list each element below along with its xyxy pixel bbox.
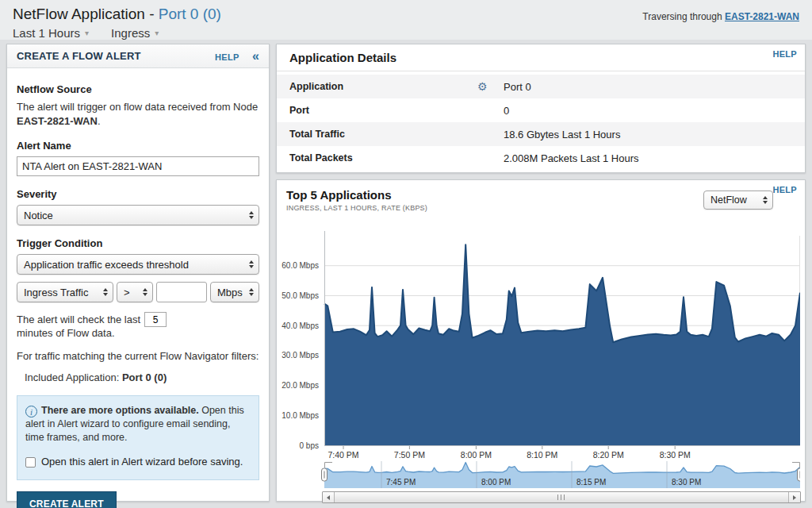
traffic-area (324, 244, 800, 445)
info-box-text: iThere are more options available. Open … (25, 404, 251, 444)
page-header-left: NetFlow Application - Port 0 (0) Last 1 … (13, 6, 221, 40)
panel-header-actions: HELP « (215, 49, 259, 64)
operator-select[interactable]: > (117, 282, 153, 302)
overview-time-label: 8:15 PM (576, 478, 606, 487)
select-caret-icon (763, 196, 768, 204)
chart-overview-svg[interactable]: 7:45 PM8:00 PM8:15 PM8:30 PM (277, 461, 800, 488)
alert-name-heading: Alert Name (17, 140, 259, 152)
x-axis-label: 7:50 PM (394, 450, 425, 460)
gear-icon[interactable]: ⚙ (477, 80, 504, 93)
flow-source-select[interactable]: NetFlow (703, 190, 773, 210)
application-details-header: Application Details (277, 44, 805, 71)
y-axis-label: 30.0 Mbps (282, 351, 319, 360)
row-value: 0 (504, 105, 509, 117)
traversing-label: Traversing through EAST-2821-WAN (642, 6, 799, 40)
overview-handle-right[interactable] (798, 468, 801, 481)
table-row: Port 0 (277, 98, 805, 122)
trigger-condition-value: Application traffic exceeds threshold (24, 259, 189, 271)
severity-select[interactable]: Notice (17, 205, 259, 225)
threshold-condition-row: Ingress Traffic > Mbps (17, 282, 259, 302)
help-link[interactable]: HELP (772, 185, 797, 194)
severity-heading: Severity (17, 188, 259, 200)
panel-title: Top 5 Applications (286, 188, 427, 202)
time-range-value: Last 1 Hours (13, 26, 80, 40)
netflow-source-heading: Netflow Source (17, 83, 259, 95)
create-flow-alert-body: Netflow Source The alert will trigger on… (7, 68, 269, 508)
x-axis-label: 8:10 PM (527, 450, 557, 460)
create-flow-alert-header: CREATE A FLOW ALERT HELP « (7, 44, 269, 68)
page-title-entity-link[interactable]: Port 0 (0) (159, 6, 221, 22)
wizard-checkbox[interactable] (25, 457, 36, 468)
selection-corner-right (792, 463, 800, 468)
y-axis-label: 20.0 Mbps (282, 381, 319, 390)
page: NetFlow Application - Port 0 (0) Last 1 … (0, 0, 812, 508)
x-axis-label: 8:20 PM (593, 450, 624, 460)
collapse-panel-icon[interactable]: « (252, 49, 259, 63)
panel-subtitle: INGRESS, LAST 1 HOURS, RATE (KBPS) (286, 204, 427, 212)
panel-title: Application Details (289, 51, 396, 64)
scrollbar-track[interactable] (335, 492, 788, 502)
application-details-table: Application ⚙ Port 0 Port 0 Total Traffi… (277, 71, 805, 170)
help-link[interactable]: HELP (772, 49, 797, 59)
y-axis-label: 40.0 Mbps (282, 321, 319, 330)
arrow-right-icon (793, 495, 796, 500)
time-range-dropdown[interactable]: Last 1 Hours▾ (13, 26, 89, 40)
select-caret-icon (103, 288, 108, 296)
trigger-condition-select[interactable]: Application traffic exceeds threshold (17, 254, 259, 275)
page-header: NetFlow Application - Port 0 (0) Last 1 … (0, 0, 812, 40)
check-interval-line: The alert will check the last minutes of… (17, 312, 259, 339)
operator-value: > (124, 287, 130, 298)
scroll-left-button[interactable] (323, 492, 335, 502)
page-title-text: NetFlow Application - (13, 6, 159, 22)
flow-source-value: NetFlow (710, 194, 747, 206)
wizard-checkbox-row[interactable]: Open this alert in Alert wizard before s… (25, 455, 251, 470)
source-node-name: EAST-2821-WAN (17, 115, 98, 127)
help-link[interactable]: HELP (215, 52, 239, 62)
unit-value: Mbps (217, 287, 243, 298)
scroll-right-button[interactable] (788, 492, 800, 502)
threshold-input[interactable] (156, 282, 207, 302)
metric-select[interactable]: Ingress Traffic (17, 282, 113, 302)
row-label: Port (289, 105, 477, 116)
x-axis-label: 8:00 PM (461, 450, 492, 460)
select-caret-icon (249, 288, 254, 296)
check-minutes-input[interactable] (144, 312, 167, 327)
trigger-condition-heading: Trigger Condition (17, 237, 259, 249)
overview-time-label: 8:00 PM (481, 478, 511, 487)
traversing-text: Traversing through (642, 11, 725, 22)
info-box: iThere are more options available. Open … (17, 395, 259, 480)
row-label: Application (289, 81, 477, 92)
y-axis-label: 50.0 Mbps (282, 291, 319, 300)
chart-scrollbar[interactable] (322, 491, 801, 503)
table-row: Total Packets 2.008M Packets Last 1 Hour… (277, 146, 805, 170)
row-label: Total Packets (289, 152, 477, 164)
chevron-down-icon: ▾ (155, 29, 159, 37)
create-alert-button[interactable]: CREATE ALERT (17, 491, 117, 508)
y-axis-label: 60.0 Mbps (282, 261, 319, 270)
page-subheader: Last 1 Hours▾ Ingress▾ (13, 26, 221, 40)
select-caret-icon (249, 211, 254, 219)
table-row: Total Traffic 18.6 Gbytes Last 1 Hours (277, 122, 805, 146)
included-application-line: Included Application: Port 0 (0) (25, 371, 259, 385)
top-applications-header: Top 5 Applications INGRESS, LAST 1 HOURS… (277, 180, 805, 225)
chart-overview[interactable]: 7:45 PM8:00 PM8:15 PM8:30 PM (277, 461, 800, 488)
top-applications-titles: Top 5 Applications INGRESS, LAST 1 HOURS… (286, 188, 427, 225)
row-value: 2.008M Packets Last 1 Hours (504, 152, 639, 164)
direction-value: Ingress (111, 26, 150, 40)
arrow-left-icon (327, 495, 330, 500)
traversing-node-link[interactable]: EAST-2821-WAN (725, 11, 799, 22)
x-axis-label: 7:40 PM (327, 450, 358, 460)
page-title: NetFlow Application - Port 0 (0) (13, 6, 221, 23)
included-application-value: Port 0 (0) (122, 371, 167, 383)
direction-dropdown[interactable]: Ingress▾ (111, 26, 159, 40)
unit-select[interactable]: Mbps (210, 282, 259, 302)
overview-time-label: 8:30 PM (672, 478, 701, 487)
selection-corner-left (325, 463, 333, 468)
row-label: Total Traffic (289, 129, 477, 140)
info-icon: i (25, 406, 37, 418)
alert-name-input[interactable] (17, 156, 259, 176)
y-axis-label: 0 bps (300, 441, 319, 450)
chevron-down-icon: ▾ (85, 29, 89, 37)
scrollbar-grip[interactable] (557, 495, 565, 500)
flow-navigator-filters-text: For traffic matching the current Flow Na… (17, 349, 259, 364)
